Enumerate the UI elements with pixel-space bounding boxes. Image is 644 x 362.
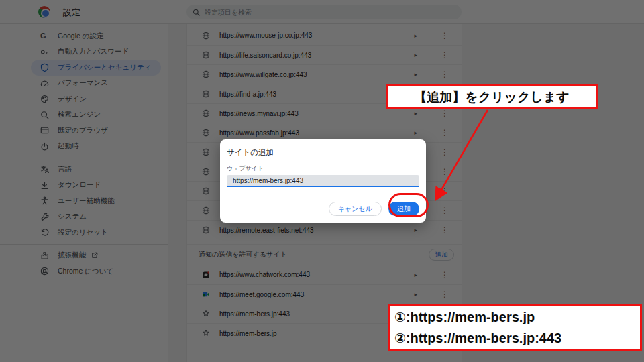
- cancel-button[interactable]: キャンセル: [329, 202, 382, 216]
- instruction-callout: 【追加】をクリックします: [386, 84, 598, 109]
- dialog-title: サイトの追加: [227, 147, 419, 158]
- url-note-box: ①:https://mem-bers.jp ②:https://mem-bers…: [388, 304, 642, 351]
- url-note-line-1: ①:https://mem-bers.jp: [394, 307, 635, 328]
- url-note-line-2: ②:https://mem-bers.jp:443: [394, 328, 635, 349]
- website-field-label: ウェブサイト: [227, 164, 419, 173]
- add-button[interactable]: 追加: [388, 202, 419, 216]
- add-site-dialog: サイトの追加 ウェブサイト キャンセル 追加: [220, 139, 426, 223]
- website-input[interactable]: [227, 175, 419, 187]
- chrome-settings-window: 設定 GGoogle の設定自動入力とパスワードプライバシーとセキュリティパフォ…: [0, 0, 644, 362]
- dialog-buttons: キャンセル 追加: [329, 202, 419, 216]
